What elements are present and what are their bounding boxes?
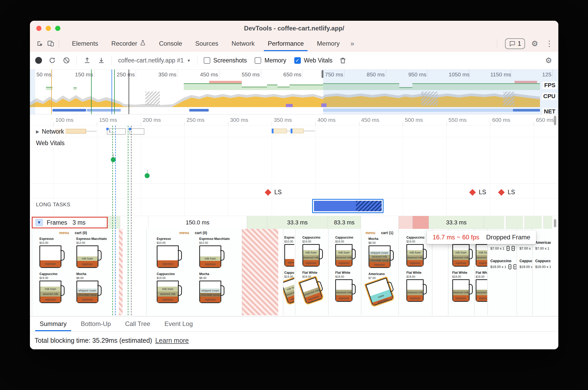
frame-duration-cell[interactable]: [108, 216, 120, 229]
frame-duration-cell[interactable]: [484, 216, 504, 229]
product-name: Flat White: [476, 271, 487, 275]
collapse-arrow-icon[interactable]: ▶: [36, 129, 39, 134]
gridline: [272, 126, 272, 216]
filmstrip-frame[interactable]: Cappuccino$19.00milk foamsteamed milkesp…: [328, 229, 360, 315]
expand-arrow-icon[interactable]: ▼: [35, 219, 43, 226]
long-task-bar-selected[interactable]: [312, 199, 384, 213]
network-request-bar[interactable]: [291, 129, 315, 133]
tab-recorder[interactable]: Recorder: [105, 36, 153, 51]
layout-shift-marker[interactable]: LS: [499, 189, 515, 196]
drawer-tab-summary[interactable]: Summary: [33, 317, 74, 331]
web-vitals-track-header[interactable]: Web Vitals: [34, 139, 66, 147]
trash-icon[interactable]: [339, 56, 347, 64]
network-track-header[interactable]: ▶ Network: [34, 128, 66, 135]
frame-duration-cell[interactable]: [412, 216, 429, 229]
close-window-button[interactable]: [36, 26, 41, 31]
issues-count: 1: [518, 40, 521, 47]
filmstrip-frame[interactable]: menucart (0)Espresso$10.00espressoCappuc…: [32, 229, 114, 315]
scrollbar-thumb-overview[interactable]: [554, 116, 556, 125]
filmstrip-frame[interactable]: Espresso$10.00espressoCappuccino$19.00mi…: [283, 229, 294, 315]
frame-duration-cell[interactable]: [506, 216, 523, 229]
filmstrip-frame[interactable]: Cappuccino$19.00milk foamsteamed milkesp…: [295, 229, 327, 315]
timeline-overview[interactable]: 50 ms150 ms250 ms350 ms450 ms550 ms650 m…: [30, 70, 558, 114]
more-tabs-button[interactable]: »: [346, 40, 358, 48]
checkbox-web-vitals[interactable]: ✓Web Vitals: [294, 57, 333, 64]
frame-duration-cell[interactable]: [398, 216, 412, 229]
overview-window-handle[interactable]: [322, 70, 323, 78]
frame-duration-cell[interactable]: 150.0 ms: [148, 216, 247, 229]
coffee-cup: whipped creamsteamed milkchocolate syrup…: [369, 245, 391, 268]
tabbar-right-controls: 1 ⚙ ⋮: [494, 38, 554, 49]
tab-network[interactable]: Network: [225, 36, 261, 51]
capture-settings-gear-icon[interactable]: ⚙: [544, 57, 553, 64]
checkbox-box-memory[interactable]: [255, 57, 261, 64]
frame-duration-cell[interactable]: [543, 216, 552, 229]
cart-link: cart (1): [381, 231, 393, 235]
frames-track-header[interactable]: ▼ Frames 3 ms: [32, 217, 108, 228]
learn-more-link[interactable]: Learn more: [155, 337, 189, 344]
drawer-tab-call-tree[interactable]: Call Tree: [118, 317, 157, 331]
minimize-window-button[interactable]: [46, 26, 51, 31]
tab-label: Elements: [72, 40, 98, 47]
product-price: $8.00: [369, 241, 391, 244]
cart-item-price-qty: $19.00 x 1: [519, 265, 532, 269]
filmstrip-frame[interactable]: [242, 229, 278, 315]
checkbox-screenshots[interactable]: Screenshots: [204, 57, 247, 64]
cart-item-name: Cappuccino: [535, 259, 548, 263]
layout-shift-diamond-icon[interactable]: [498, 189, 505, 196]
request-blue-cap: [272, 129, 274, 133]
layout-shift-marker[interactable]: LS: [266, 189, 282, 196]
filmstrip-frame[interactable]: menucart (1)Mocha$8.00whipped creamsteam…: [361, 229, 398, 315]
cart-item-qty: $7.00 x 1−+: [519, 246, 529, 251]
device-toolbar-button[interactable]: [45, 38, 56, 49]
network-request-box[interactable]: I…: [107, 128, 126, 135]
overview-marker-line: [91, 70, 92, 114]
layout-shift-diamond-icon[interactable]: [265, 189, 271, 196]
zoom-window-button[interactable]: [55, 26, 60, 31]
long-task-hatched: [356, 201, 382, 211]
tab-memory[interactable]: Memory: [310, 36, 346, 51]
network-request-box[interactable]: [129, 128, 144, 135]
layout-shift-diamond-icon[interactable]: [469, 189, 476, 196]
drawer-tab-bottom-up[interactable]: Bottom-Up: [74, 317, 118, 331]
cup-layers: steamed milkespresso: [303, 287, 322, 303]
checkbox-memory[interactable]: Memory: [255, 57, 286, 64]
frame-duration-cell[interactable]: 33.3 ms: [429, 216, 484, 229]
frame-duration-cell[interactable]: [524, 216, 542, 229]
download-profile-icon[interactable]: [97, 56, 105, 64]
record-button[interactable]: [35, 57, 42, 64]
filmstrip-frame[interactable]: menucart (0)Espresso$10.00espressoCappuc…: [146, 229, 240, 315]
tab-sources[interactable]: Sources: [189, 36, 225, 51]
profile-select[interactable]: coffee-cart.netlify.app #1 ▼: [118, 57, 191, 64]
product-price: $18.00: [302, 275, 320, 278]
drawer-tab-event-log[interactable]: Event Log: [157, 317, 200, 331]
tab-performance[interactable]: Performance: [261, 36, 310, 51]
cup-layer-espresso: espresso: [476, 260, 487, 266]
tab-console[interactable]: Console: [153, 36, 189, 51]
good-vital-marker[interactable]: [145, 173, 150, 178]
checkbox-box-web-vitals[interactable]: ✓: [294, 57, 301, 64]
cup-layer-espresso: espresso: [40, 297, 61, 302]
upload-profile-icon[interactable]: [83, 56, 91, 64]
checkbox-box-screenshots[interactable]: [204, 57, 210, 64]
frame-duration-cell[interactable]: [120, 216, 148, 229]
kebab-menu-icon[interactable]: ⋮: [544, 40, 554, 48]
frame-duration-cell[interactable]: [247, 216, 267, 229]
coffee-cup: milk foamsteamed milkespresso: [406, 244, 424, 267]
frame-duration-cell[interactable]: 33.3 ms: [267, 216, 328, 229]
clear-recording-icon[interactable]: [62, 56, 70, 64]
settings-gear-icon[interactable]: ⚙: [530, 40, 539, 48]
frame-duration-cell[interactable]: 83.3 ms: [328, 216, 361, 229]
reload-record-icon[interactable]: [48, 56, 56, 64]
main-tabs: ElementsRecorderConsoleSourcesNetworkPer…: [65, 36, 346, 51]
cup-layer-espresso: espresso: [303, 260, 319, 266]
product-column: Cappuccino$19.00milk foamsteamed milkesp…: [301, 236, 322, 302]
product-name: Flat White: [406, 271, 424, 275]
scrollbar-thumb-frames[interactable]: [554, 219, 556, 227]
frame-duration-cell[interactable]: [361, 216, 398, 229]
issues-button[interactable]: 1: [505, 38, 525, 49]
layout-shift-marker[interactable]: LS: [470, 189, 486, 196]
tab-elements[interactable]: Elements: [65, 36, 105, 51]
inspect-element-button[interactable]: [34, 38, 45, 49]
ruler-tick-mark: [53, 122, 54, 125]
